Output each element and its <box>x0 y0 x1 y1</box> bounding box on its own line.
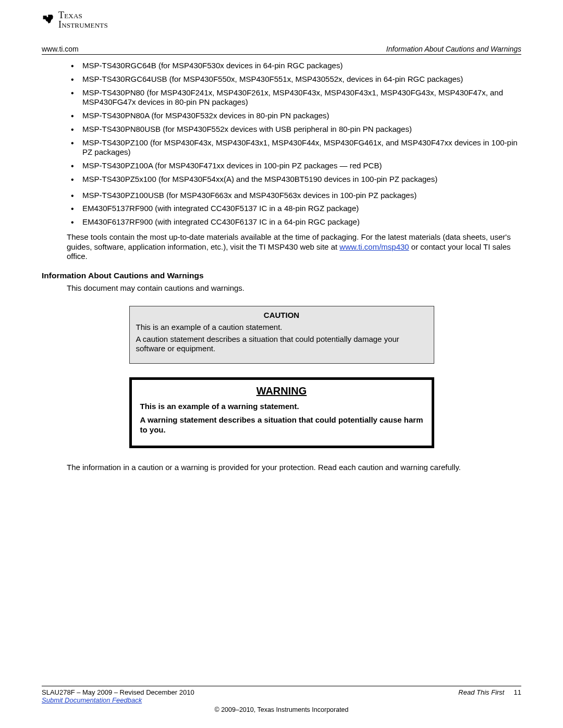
list-item: MSP-TS430PZ5x100 (for MSP430F54xx(A) and… <box>70 175 521 184</box>
footer-right: Read This First 11 <box>458 688 521 696</box>
header-url-link[interactable]: www.ti.com <box>42 45 79 53</box>
logo-text: Texas Instruments <box>58 10 108 29</box>
section-heading: Information About Cautions and Warnings <box>42 271 521 280</box>
submit-feedback-link[interactable]: Submit Documentation Feedback <box>42 696 142 704</box>
page-footer: SLAU278F – May 2009 – Revised December 2… <box>42 686 521 713</box>
section-intro: This document may contain cautions and w… <box>67 283 521 293</box>
footer-section-name: Read This First <box>458 688 504 696</box>
warning-example-line: This is an example of a warning statemen… <box>140 401 423 412</box>
logo-line2: Instruments <box>58 19 108 30</box>
copyright: © 2009–2010, Texas Instruments Incorpora… <box>42 706 521 713</box>
running-header: www.ti.com Information About Cautions an… <box>42 45 521 55</box>
warning-description: A warning statement describes a situatio… <box>140 415 423 435</box>
caution-box: CAUTION This is an example of a caution … <box>129 306 434 364</box>
tools-summary-paragraph: These tools contain the most up-to-date … <box>67 232 521 262</box>
main-content: MSP-TS430RGC64B (for MSP430F530x devices… <box>42 61 521 472</box>
footer-rule <box>42 686 521 686</box>
header-url[interactable]: www.ti.com <box>42 45 79 53</box>
ti-logo: Texas Instruments <box>42 10 108 29</box>
warning-title: WARNING <box>140 385 423 397</box>
ti-chip-icon <box>42 12 58 28</box>
list-item: MSP-TS430PZ100USB (for MSP430F663x and M… <box>70 191 521 201</box>
list-item: MSP-TS430PN80 (for MSP430F241x, MSP430F2… <box>70 88 521 108</box>
tools-bullet-list: MSP-TS430RGC64B (for MSP430F530x devices… <box>70 61 521 227</box>
logo-line1: Texas <box>58 10 82 20</box>
caution-example-line: This is an example of a caution statemen… <box>136 323 427 332</box>
list-item: EM430F5137RF900 (with integrated CC430F5… <box>70 204 521 214</box>
list-item: MSP-TS430RGC64USB (for MSP430F550x, MSP4… <box>70 75 521 84</box>
list-item: EM430F6137RF900 (with integrated CC430F6… <box>70 217 521 227</box>
caution-description: A caution statement describes a situatio… <box>136 335 427 354</box>
list-item: MSP-TS430RGC64B (for MSP430F530x devices… <box>70 61 521 71</box>
list-item: MSP-TS430PN80USB (for MSP430F552x device… <box>70 125 521 134</box>
warning-box: WARNING This is an example of a warning … <box>129 377 434 448</box>
page-number: 11 <box>514 688 521 696</box>
list-item: MSP-TS430PZ100 (for MSP430F43x, MSP430F4… <box>70 138 521 158</box>
list-item: MSP-TS430PZ100A (for MSP430F471xx device… <box>70 161 521 171</box>
doc-id: SLAU278F – May 2009 – Revised December 2… <box>42 688 194 696</box>
caution-title: CAUTION <box>136 311 427 319</box>
outro-paragraph: The information in a caution or a warnin… <box>67 463 521 473</box>
msp430-site-link[interactable]: www.ti.com/msp430 <box>339 242 409 251</box>
header-section-title: Information About Cautions and Warnings <box>386 45 521 53</box>
list-item: MSP-TS430PN80A (for MSP430F532x devices … <box>70 111 521 121</box>
logo-area: Texas Instruments <box>42 10 521 29</box>
